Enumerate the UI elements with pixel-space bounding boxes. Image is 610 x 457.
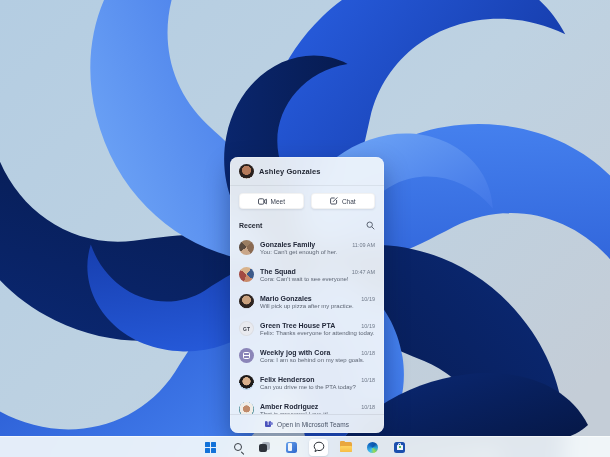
calendar-icon	[243, 352, 250, 359]
conversation-name: Gonzales Family	[260, 241, 315, 248]
folder-icon	[340, 442, 352, 452]
conversation-name: The Squad	[260, 268, 296, 275]
conversation-timestamp: 10/19	[361, 323, 375, 329]
conversation-row[interactable]: Felix Henderson 10/18 Can you drive me t…	[239, 369, 375, 396]
conversation-timestamp: 10/19	[361, 296, 375, 302]
action-buttons: Meet Chat	[230, 186, 384, 214]
store-button[interactable]	[390, 439, 409, 456]
conversation-avatar	[239, 267, 254, 282]
search-icon[interactable]	[365, 220, 375, 230]
user-avatar[interactable]	[239, 164, 254, 179]
conversation-avatar	[239, 294, 254, 309]
conversation-timestamp: 10/18	[361, 350, 375, 356]
task-view-button[interactable]	[255, 439, 274, 456]
flyout-header: Ashley Gonzales	[230, 157, 384, 186]
teams-chat-button[interactable]	[309, 439, 328, 456]
conversation-row[interactable]: Mario Gonzales 10/19 Will pick up pizza …	[239, 288, 375, 315]
conversation-timestamp: 11:09 AM	[352, 242, 375, 248]
conversation-row[interactable]: The Squad 10:47 AM Cora: Can't wait to s…	[239, 261, 375, 288]
edge-browser-icon	[367, 442, 378, 453]
conversation-timestamp: 10/18	[361, 404, 375, 410]
conversation-preview: Can you drive me to the PTA today?	[260, 384, 375, 390]
desktop: Ashley Gonzales Meet Chat Recent Gonzale…	[0, 0, 610, 457]
open-in-teams-button[interactable]: T Open in Microsoft Teams	[230, 414, 384, 433]
conversation-name: Green Tree House PTA	[260, 322, 335, 329]
conversation-row[interactable]: Gonzales Family 11:09 AM You: Can't get …	[239, 234, 375, 261]
conversation-timestamp: 10:47 AM	[352, 269, 375, 275]
chat-button[interactable]: Chat	[311, 193, 376, 209]
start-button[interactable]	[201, 439, 220, 456]
conversation-avatar: GT	[239, 321, 254, 336]
teams-chat-flyout: Ashley Gonzales Meet Chat Recent Gonzale…	[230, 157, 384, 433]
conversation-avatar	[239, 375, 254, 390]
conversation-preview: Cora: Can't wait to see everyone!	[260, 276, 375, 282]
conversation-avatar	[239, 402, 254, 414]
compose-icon	[330, 197, 338, 205]
conversation-name: Felix Henderson	[260, 376, 314, 383]
conversation-preview: Will pick up pizza after my practice.	[260, 303, 375, 309]
conversation-row[interactable]: Weekly jog with Cora 10/18 Cora: I am so…	[239, 342, 375, 369]
conversation-timestamp: 10/18	[361, 377, 375, 383]
conversation-avatar	[239, 348, 254, 363]
chat-button-label: Chat	[342, 198, 356, 205]
recent-label: Recent	[239, 222, 262, 229]
conversation-list: Gonzales Family 11:09 AM You: Can't get …	[230, 232, 384, 414]
open-in-teams-label: Open in Microsoft Teams	[277, 421, 349, 428]
widgets-button[interactable]	[282, 439, 301, 456]
conversation-preview: Cora: I am so behind on my step goals.	[260, 357, 375, 363]
edge-button[interactable]	[363, 439, 382, 456]
taskbar	[0, 436, 610, 457]
conversation-name: Weekly jog with Cora	[260, 349, 330, 356]
conversation-row[interactable]: Amber Rodriguez 10/18 That is awesome! L…	[239, 396, 375, 414]
conversation-preview: You: Can't get enough of her.	[260, 249, 375, 255]
widgets-icon	[286, 442, 297, 453]
taskbar-search-button[interactable]	[228, 439, 247, 456]
meet-button[interactable]: Meet	[239, 193, 304, 209]
windows-logo-icon	[205, 442, 216, 453]
chat-bubble-icon	[313, 441, 325, 453]
conversation-name: Mario Gonzales	[260, 295, 312, 302]
search-icon	[234, 443, 242, 451]
recent-header: Recent	[230, 214, 384, 232]
conversation-name: Amber Rodriguez	[260, 403, 318, 410]
microsoft-store-icon	[394, 442, 405, 453]
conversation-preview: Felix: Thanks everyone for attending tod…	[260, 330, 375, 336]
meet-button-label: Meet	[271, 198, 285, 205]
conversation-avatar	[239, 240, 254, 255]
user-name: Ashley Gonzales	[259, 167, 321, 176]
file-explorer-button[interactable]	[336, 439, 355, 456]
conversation-row[interactable]: GT Green Tree House PTA 10/19 Felix: Tha…	[239, 315, 375, 342]
video-camera-icon	[258, 198, 267, 205]
task-view-icon	[259, 442, 270, 452]
teams-logo-icon: T	[265, 420, 273, 428]
